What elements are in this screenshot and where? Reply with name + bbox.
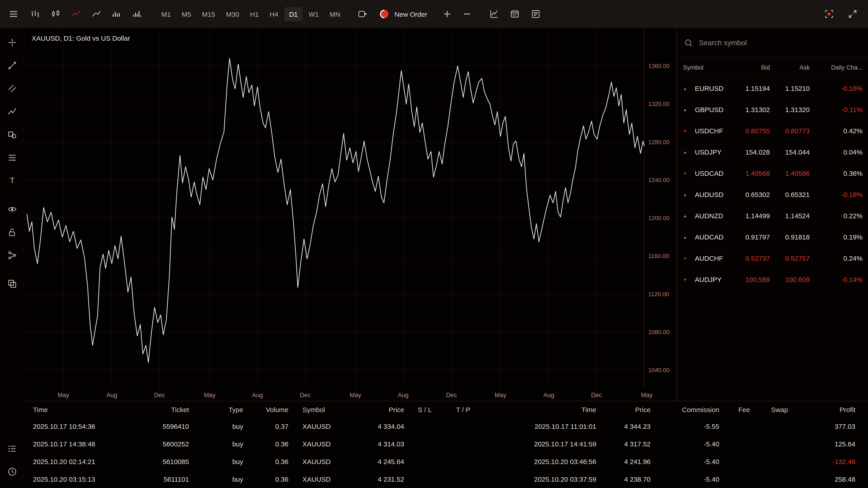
column-bid[interactable]: Bid xyxy=(742,64,770,71)
ask-value: 0.80773 xyxy=(770,127,810,135)
chart-shift-button[interactable] xyxy=(355,6,371,22)
bars-chart-icon xyxy=(30,9,40,19)
history-volume: 0.36 xyxy=(246,458,291,465)
market-watch-row[interactable]: ▲EURUSD1.151941.15210-0.16% xyxy=(677,78,868,99)
fibonacci-button[interactable] xyxy=(0,100,24,123)
fullscreen-button[interactable] xyxy=(844,6,861,22)
symbol-name: EURUSD xyxy=(695,85,742,92)
history-row[interactable]: 2025.10.17 14:38:485600252buy0.36XAUUSD4… xyxy=(24,435,858,453)
windows-button[interactable] xyxy=(0,272,24,295)
market-watch-row[interactable]: ▼AUDCHF0.527370.527570.24% xyxy=(677,248,868,269)
trendline-button[interactable] xyxy=(0,54,24,77)
history-row[interactable]: 2025.10.20 02:14:215610085buy0.36XAUUSD4… xyxy=(24,453,858,470)
timeframe-m5[interactable]: M5 xyxy=(177,7,196,21)
toolbar-right-group xyxy=(821,6,861,22)
market-watch-row[interactable]: ▲USDJPY154.028154.0440.04% xyxy=(677,141,868,163)
timeframe-h1[interactable]: H1 xyxy=(246,7,263,21)
timeframe-m15[interactable]: M15 xyxy=(197,7,219,21)
levels-button[interactable] xyxy=(0,146,24,169)
history-type: buy xyxy=(192,422,246,430)
crosshair-icon xyxy=(7,37,17,47)
market-watch-rows: ▲EURUSD1.151941.15210-0.16%▲GBPUSD1.3130… xyxy=(677,78,868,401)
market-watch-row[interactable]: ▼USDCHF0.807550.807730.42% xyxy=(677,120,868,141)
bid-value: 154.028 xyxy=(742,148,770,156)
screenshot-button[interactable] xyxy=(821,6,837,22)
symbol-search xyxy=(677,28,868,58)
volume-button[interactable] xyxy=(108,6,125,22)
news-button[interactable] xyxy=(528,6,544,22)
history-column-time[interactable]: Time xyxy=(24,405,108,413)
history-column-close-time[interactable]: Time xyxy=(484,405,599,413)
history-row[interactable]: 2025.10.17 10:54:365596410buy0.37XAUUSD4… xyxy=(24,418,858,435)
history-column-commission[interactable]: Commission xyxy=(653,405,722,413)
zoom-in-button[interactable] xyxy=(439,6,455,22)
column-symbol[interactable]: Symbol xyxy=(683,64,742,71)
candles-chart-icon xyxy=(51,9,61,19)
history-column-close-price[interactable]: Price xyxy=(599,405,653,413)
market-watch-row[interactable]: ▲AUDCAD0.917970.918180.19% xyxy=(677,226,868,248)
chart-type-group xyxy=(27,6,145,22)
tick-volume-button[interactable] xyxy=(129,6,145,22)
spline-chart-button[interactable] xyxy=(88,6,104,22)
price-chart-svg[interactable]: 1360.001320.001280.001240.001200.001160.… xyxy=(24,28,676,401)
history-row[interactable]: 2025.10.20 03:15:135611101buy0.36XAUUSD4… xyxy=(24,470,858,488)
channel-icon xyxy=(7,84,17,93)
history-column-price[interactable]: Price xyxy=(352,405,407,413)
line-chart-button[interactable] xyxy=(68,6,84,22)
text-tool-button[interactable]: T xyxy=(0,169,24,192)
timeframe-w1[interactable]: W1 xyxy=(304,7,323,21)
history-column-ticket[interactable]: Ticket xyxy=(108,405,192,413)
search-input[interactable] xyxy=(699,39,861,47)
objects-list-button[interactable] xyxy=(0,243,24,267)
history-price: 4 231.52 xyxy=(352,475,407,483)
shapes-button[interactable] xyxy=(0,123,24,146)
new-order-button[interactable]: New Order xyxy=(379,8,427,20)
history-column-type[interactable]: Type xyxy=(192,405,246,413)
chart-area[interactable]: 1360.001320.001280.001240.001200.001160.… xyxy=(24,28,676,401)
symbol-name: AUDUSD xyxy=(695,191,742,198)
daily-change-value: 0.19% xyxy=(810,233,863,241)
history-column-tp[interactable]: T / P xyxy=(445,405,484,413)
bars-chart-button[interactable] xyxy=(27,6,43,22)
levels-icon xyxy=(7,153,17,162)
history-close-price: 4 317.52 xyxy=(599,440,653,448)
channel-button[interactable] xyxy=(0,77,24,100)
column-daily-change[interactable]: Daily Cha... xyxy=(810,64,863,71)
history-column-swap[interactable]: Swap xyxy=(753,405,791,413)
history-column-profit[interactable]: Profit xyxy=(791,405,858,413)
history-column-symbol[interactable]: Symbol xyxy=(291,405,352,413)
market-watch-row[interactable]: ▼AUDJPY100.589100.609-0.14% xyxy=(677,269,868,290)
history-commission: -5.55 xyxy=(653,422,722,430)
svg-text:Dec: Dec xyxy=(446,392,457,398)
screenshot-icon xyxy=(824,9,834,19)
timeframe-h4[interactable]: H4 xyxy=(265,7,283,21)
search-icon xyxy=(684,38,693,47)
calendar-button[interactable] xyxy=(507,6,523,22)
object-visibility-button[interactable] xyxy=(0,197,24,221)
menu-button[interactable] xyxy=(5,6,22,22)
timeframe-m1[interactable]: M1 xyxy=(157,7,176,21)
timeframe-mn[interactable]: MN xyxy=(325,7,345,21)
history-column-volume[interactable]: Volume xyxy=(246,405,291,413)
history-clock-button[interactable] xyxy=(0,460,24,483)
market-watch-row[interactable]: ▲AUDUSD0.653020.65321-0.18% xyxy=(677,184,868,205)
column-ask[interactable]: Ask xyxy=(770,64,810,71)
history-column-fee[interactable]: Fee xyxy=(722,405,753,413)
market-watch-row[interactable]: ▲GBPUSD1.313021.31320-0.11% xyxy=(677,99,868,120)
history-type: buy xyxy=(192,440,246,448)
zoom-out-button[interactable] xyxy=(459,6,475,22)
timeframe-d1[interactable]: D1 xyxy=(285,7,302,21)
history-column-sl[interactable]: S / L xyxy=(407,405,445,413)
trade-list-button[interactable] xyxy=(0,437,24,460)
symbol-name: AUDCHF xyxy=(695,254,742,262)
crosshair-button[interactable] xyxy=(0,31,24,54)
timeframe-m30[interactable]: M30 xyxy=(221,7,244,21)
svg-text:T: T xyxy=(10,176,14,184)
market-watch-panel: Symbol Bid Ask Daily Cha... ▲EURUSD1.151… xyxy=(676,28,868,401)
unlock-button[interactable] xyxy=(0,221,24,243)
market-watch-row[interactable]: ▲AUDNZD1.144991.145240.22% xyxy=(677,205,868,226)
svg-text:Dec: Dec xyxy=(591,392,602,398)
candles-chart-button[interactable] xyxy=(48,6,64,22)
indicators-button[interactable] xyxy=(486,6,502,22)
market-watch-row[interactable]: ▼USDCAD1.405681.405860.36% xyxy=(677,163,868,184)
